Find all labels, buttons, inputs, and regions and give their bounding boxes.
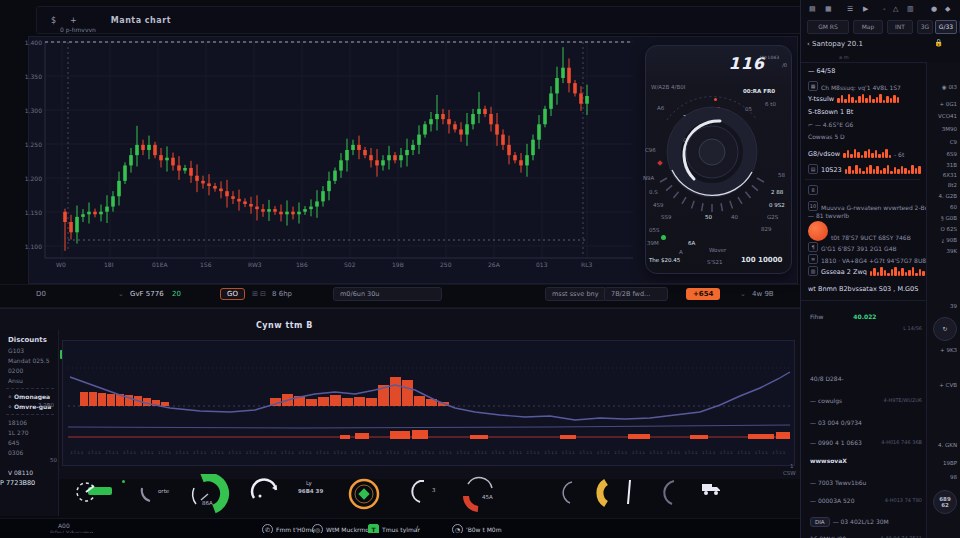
lower-chart-plot[interactable] [62, 340, 795, 466]
position-row[interactable]: DIA— 03 402L/L2 30M [810, 517, 922, 527]
alert-circle-icon [808, 221, 828, 241]
sidebar-item-1l-270[interactable]: 1L 270 [0, 426, 58, 436]
order-row[interactable]: ≡1810 · VA+8G4 +G7t 94'S7G7 8U8VB [808, 254, 934, 264]
status-item[interactable]: / [416, 524, 418, 531]
play-icon[interactable]: ▶ [863, 5, 868, 13]
order-row[interactable]: S-t8sown 1 Bt [808, 108, 853, 116]
filter-button-gm-rs[interactable]: GM RS [807, 20, 849, 34]
order-field-3[interactable]: 7B/2B fwd... [604, 287, 668, 301]
sidebar-item-18106[interactable]: 18106 [0, 416, 58, 426]
rail-item[interactable]: 8t2 [948, 182, 957, 188]
target-icon[interactable] [344, 474, 384, 518]
order-field-2[interactable]: msst ssve bny [545, 287, 607, 301]
order-row[interactable]: t0t 78'S7 9UCT 68SY 746B [808, 221, 911, 241]
sidebar-item-omonagea[interactable]: ◦ Omonagea [0, 390, 58, 400]
panels-icon[interactable]: ▤ [809, 5, 816, 13]
order-row[interactable]: ▤10S23 [808, 164, 921, 174]
sidebar-item-0306[interactable]: 0306 [0, 446, 58, 456]
rail-item[interactable]: § G0B [941, 215, 957, 221]
rail-item[interactable]: 4. GKN [938, 442, 957, 448]
order-row[interactable]: wt Bnmn B2bvssatax S03 , M.G0S [808, 285, 918, 293]
filter-button-3g[interactable]: 3G [917, 20, 933, 34]
sidebar-item-0200[interactable]: 0200 [0, 364, 58, 374]
order-field-1[interactable]: m0/6un 30u [333, 287, 442, 301]
rail-item[interactable]: 98 [950, 474, 957, 480]
white-arc-gauge-icon[interactable] [246, 474, 286, 514]
sidebar-item-mandat-025-5[interactable]: Mandat 025.5 [0, 354, 58, 364]
rail-item[interactable]: 3M90 [942, 126, 957, 132]
diamond-icon[interactable]: ◆ [945, 5, 950, 13]
dropdown-label[interactable]: 4w 9B [752, 290, 774, 298]
order-row[interactable]: — 64/58 [808, 67, 835, 75]
rail-item[interactable]: 4. G2B [938, 193, 957, 199]
gray-arc-icon[interactable] [650, 474, 686, 514]
chevron-down-icon[interactable]: ⌄ [740, 290, 746, 298]
chart-icon[interactable]: ▦ [825, 5, 832, 13]
rail-item[interactable]: 39K [946, 248, 957, 254]
position-row[interactable]: — 03 004 0/9734 [810, 419, 922, 426]
arrow-gauge-icon[interactable] [74, 474, 118, 514]
layers-icon[interactable]: ▥ [907, 5, 914, 13]
grid-label[interactable]: 8 6hp [272, 290, 292, 298]
dash-icon[interactable]: - [883, 5, 886, 13]
triangle-icon[interactable]: △ [893, 5, 898, 13]
order-row[interactable]: ▥Gsseaa 2 Zwq [808, 266, 925, 276]
grid-icon[interactable]: ⊞ ⊟ [252, 290, 266, 298]
buy-button[interactable]: +654 [686, 288, 720, 300]
order-row[interactable]: G8/vdsow- 6t [808, 148, 904, 158]
rail-item[interactable]: 39 [950, 303, 957, 309]
pair-label[interactable]: GvF 5776 [130, 290, 164, 298]
sidebar-item-ansu[interactable]: Ansu [0, 374, 58, 384]
arc-gauge-icon[interactable]: orte [136, 474, 172, 514]
chevron-down-icon[interactable]: ⌄ [118, 290, 124, 298]
filter-button-g-33[interactable]: G/33 [935, 20, 957, 34]
rail-item[interactable]: 19BP [943, 460, 957, 466]
chart-toolbar: D0 ⌄ GvF 5776 20 GO ⊞ ⊟ 8 6hp m0/6un 30u… [0, 284, 800, 308]
position-row[interactable]: — 00003A 5204-H013 74 T80 [810, 497, 922, 504]
position-row[interactable]: 40/8 D284- [810, 375, 922, 382]
rail-item[interactable]: + 9K3 [940, 347, 957, 353]
order-row[interactable]: Cowwas 5 D [808, 133, 845, 140]
rail-item[interactable]: 31B [946, 162, 957, 168]
rail-item[interactable]: ◉ 0I3 [942, 84, 957, 90]
dia-chip[interactable]: DIA [810, 517, 830, 527]
position-row[interactable]: — 0990 4 1 06634-H016 746 36B [810, 439, 922, 446]
menu-icon[interactable]: ☰ [847, 5, 853, 13]
rail-item[interactable]: + CVB [939, 382, 957, 388]
order-row[interactable]: — 81 twvwrlb [808, 212, 849, 219]
rail-item[interactable]: 60 [950, 204, 957, 210]
go-button[interactable]: GO [220, 288, 245, 300]
rail-item[interactable]: O 62S [940, 226, 957, 232]
bracket-gauge-icon[interactable]: 3 [410, 474, 446, 514]
yellow-gauge-icon[interactable] [596, 474, 646, 518]
filter-button-map[interactable]: Map [853, 20, 883, 34]
rail-item[interactable]: C9 [950, 139, 957, 145]
rail-item[interactable]: ¿ 90B [942, 237, 957, 243]
order-row[interactable]: ▦Ch M8ssuq: vq'1 4V8L 1S7 [808, 81, 901, 91]
plus-icon[interactable]: + [70, 16, 77, 25]
rec-icon[interactable]: ● [931, 5, 937, 13]
filter-button-int[interactable]: INT [887, 20, 913, 34]
sidebar-item-645[interactable]: 645 [0, 436, 58, 446]
sidebar-item-g103[interactable]: G103 [0, 344, 58, 354]
rail-item[interactable]: + 0G1 [939, 101, 957, 107]
position-row[interactable]: — 7003 Twwv1b6u [810, 479, 922, 486]
rail-item[interactable]: VCO41 [938, 113, 957, 119]
thin-arc-icon[interactable] [552, 474, 584, 514]
order-row[interactable]: ⌐ — 4.6S°E G6 [808, 121, 853, 128]
order-row[interactable]: Y-tssulw [808, 93, 899, 103]
red-gauge-icon[interactable]: 45A [458, 474, 502, 520]
position-row[interactable]: — cowulgs4-H9TE/WU2U6 [810, 397, 922, 404]
truck-icon[interactable] [700, 480, 724, 502]
rail-badge-circle[interactable]: 68962 [933, 490, 957, 514]
rail-item[interactable]: 6X31 [943, 172, 957, 178]
dollar-icon[interactable]: $ [51, 16, 56, 25]
refresh-circle-icon[interactable]: ↻ [933, 317, 957, 341]
toolbar-d0[interactable]: D0 [36, 290, 46, 298]
green-gauge-icon[interactable]: 86A [188, 474, 232, 518]
panel-subheader[interactable]: ‹ Santopay 20.1 [807, 40, 863, 48]
position-row[interactable]: wwwsovaX [810, 457, 922, 464]
order-row[interactable]: ¶G'G1 6'8S7 391 2G1 G4B [808, 242, 897, 252]
order-row[interactable]: 8 [808, 185, 818, 195]
rail-item[interactable]: 6S9 [947, 151, 958, 157]
